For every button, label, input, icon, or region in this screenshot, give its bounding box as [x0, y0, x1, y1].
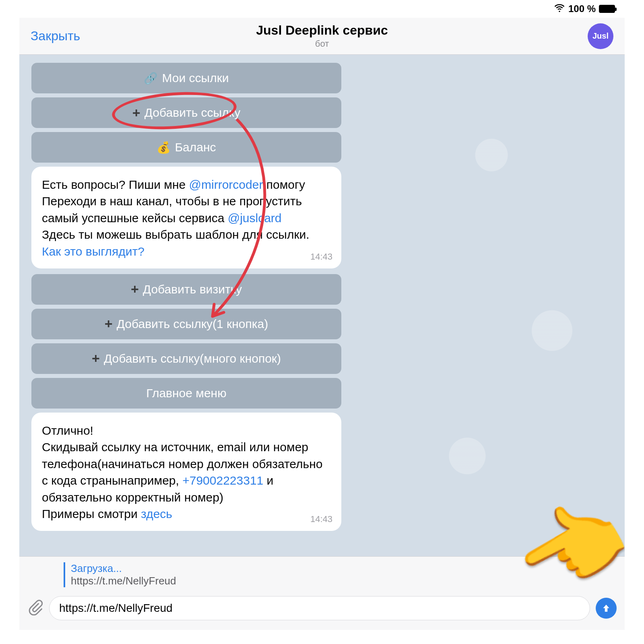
plus-icon: +: [131, 281, 139, 297]
kb-label: Добавить ссылку: [144, 106, 240, 120]
reply-text: https://t.me/NellyFreud: [71, 575, 613, 587]
text-link[interactable]: Как это выглядит?: [42, 245, 144, 258]
kb-label: Добавить ссылку(1 кнопка): [117, 317, 268, 331]
text-link[interactable]: здесь: [141, 507, 172, 520]
input-bar: [19, 591, 625, 630]
kb-label: Добавить ссылку(много кнопок): [104, 352, 281, 365]
message-time: 14:43: [310, 251, 332, 263]
kb-label: Главное меню: [146, 386, 226, 400]
kb-label: Баланс: [175, 140, 216, 154]
attach-button[interactable]: [27, 599, 43, 617]
kb-balance[interactable]: 💰 Баланс: [31, 132, 341, 163]
battery-icon: [599, 5, 615, 13]
status-bar: 100 %: [19, 0, 625, 18]
message-time: 14:43: [310, 513, 332, 525]
reply-preview[interactable]: Загрузка... https://t.me/NellyFreud: [19, 556, 625, 591]
kb-label: Добавить визитку: [143, 283, 242, 296]
mention-link[interactable]: @juslcard: [228, 211, 282, 225]
plus-icon: +: [92, 351, 100, 366]
avatar-label: Jusl: [592, 31, 609, 41]
battery-percent: 100 %: [568, 3, 596, 14]
kb-my-links[interactable]: 🔗 Мои ссылки: [31, 63, 341, 93]
chat-header: Закрыть Jusl Deeplink сервис бот Jusl: [19, 18, 625, 55]
wifi-icon: [554, 2, 565, 16]
kb-label: Мои ссылки: [162, 71, 229, 85]
reply-title: Загрузка...: [71, 562, 613, 575]
chat-scroll-area[interactable]: 🔗 Мои ссылки + Добавить ссылку 💰 Баланс …: [19, 55, 625, 556]
kb-main-menu[interactable]: Главное меню: [31, 378, 341, 409]
avatar[interactable]: Jusl: [588, 23, 613, 49]
kb-add-card[interactable]: + Добавить визитку: [31, 274, 341, 305]
link-icon: 🔗: [144, 72, 158, 85]
chat-subtitle: бот: [256, 39, 388, 49]
phone-link[interactable]: +79002223311: [182, 474, 263, 487]
send-button[interactable]: [596, 598, 617, 619]
message-bubble: Отлично! Скидывай ссылку на источник, em…: [31, 413, 341, 531]
kb-add-link-many[interactable]: + Добавить ссылку(много кнопок): [31, 343, 341, 374]
kb-add-link-one[interactable]: + Добавить ссылку(1 кнопка): [31, 309, 341, 339]
kb-add-link[interactable]: + Добавить ссылку: [31, 97, 341, 128]
close-button[interactable]: Закрыть: [31, 29, 80, 43]
chat-title: Jusl Deeplink сервис: [256, 23, 388, 38]
plus-icon: +: [105, 316, 113, 332]
plus-icon: +: [132, 105, 140, 121]
moneybag-icon: 💰: [157, 141, 171, 154]
message-bubble: Есть вопросы? Пиши мне @mirrorcoder помо…: [31, 167, 341, 268]
mention-link[interactable]: @mirrorcoder: [189, 178, 263, 191]
message-input[interactable]: [49, 596, 590, 620]
